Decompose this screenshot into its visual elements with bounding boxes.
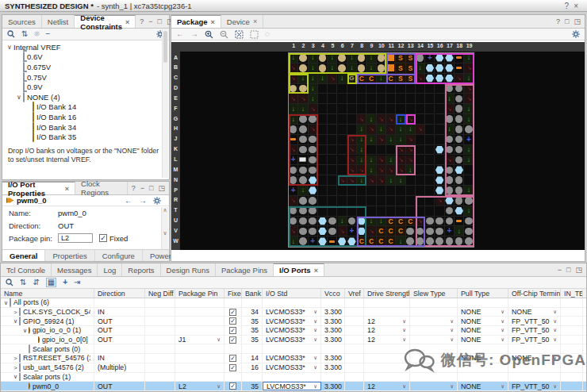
- fixed-checkbox[interactable]: ✓: [229, 355, 236, 362]
- package-pin[interactable]: [425, 165, 435, 175]
- dropdown-arrow-icon[interactable]: ∨: [553, 383, 557, 390]
- pin-io-green-arrow[interactable]: ↓: [377, 217, 386, 227]
- pin-io-green-arrow[interactable]: ↓: [396, 135, 405, 145]
- pin-io-red-arrow[interactable]: ↓: [357, 114, 366, 125]
- package-pin[interactable]: [416, 196, 425, 206]
- pin-blue-plus[interactable]: +: [425, 53, 435, 63]
- pin-orange-dash[interactable]: [455, 63, 464, 74]
- package-pin[interactable]: [347, 114, 357, 125]
- pin-io-red-arrow[interactable]: ↓: [377, 156, 386, 166]
- close-tab-icon[interactable]: ×: [314, 267, 318, 275]
- pin-io-green-arrow[interactable]: ↓: [396, 175, 405, 186]
- pin-ground-gray[interactable]: [455, 156, 464, 166]
- pin-io-red-arrow[interactable]: ↓: [396, 145, 405, 156]
- help-icon[interactable]: ?: [565, 2, 570, 10]
- package-pin[interactable]: [318, 156, 328, 166]
- pin-ground-gray[interactable]: [309, 165, 318, 175]
- package-pin[interactable]: [406, 206, 416, 217]
- column-header-slew-type[interactable]: Slew Type: [410, 289, 458, 298]
- pin-io-red-arrow[interactable]: ↓: [455, 74, 464, 84]
- expand-arrow-icon[interactable]: ∨: [15, 94, 23, 101]
- pin-io-green-arrow[interactable]: ↓: [386, 135, 396, 145]
- pin-ground-gray[interactable]: [298, 196, 308, 206]
- package-pin[interactable]: [357, 196, 366, 206]
- pin-io-green-arrow[interactable]: ↓: [366, 63, 376, 74]
- pin-orange-dash[interactable]: [328, 236, 337, 247]
- pin-io-red-arrow[interactable]: ↓: [347, 156, 357, 166]
- pin-io-green-arrow[interactable]: ↓: [347, 53, 357, 63]
- package-pin[interactable]: [357, 84, 366, 94]
- package-pin[interactable]: [425, 84, 435, 94]
- pin-io-red-arrow[interactable]: ↓: [445, 104, 455, 114]
- pin-io-green-arrow[interactable]: ↓: [366, 156, 376, 166]
- pin-blue-plus[interactable]: +: [464, 135, 474, 145]
- tab-clock-regions[interactable]: Clock Regions: [75, 182, 128, 194]
- pin-ground-gray[interactable]: [455, 125, 464, 135]
- dropdown-arrow-icon[interactable]: ∨: [501, 336, 505, 343]
- fixed-checkbox[interactable]: ✓: [229, 382, 236, 390]
- pin-io-green-arrow[interactable]: ↓: [289, 114, 298, 125]
- package-pin[interactable]: [318, 135, 328, 145]
- props-bottom-tab-configure[interactable]: Configure: [95, 250, 143, 261]
- pin-io-green-arrow[interactable]: ↓: [416, 63, 425, 74]
- package-window-controls[interactable]: ? □ ◳: [552, 15, 585, 28]
- package-pin[interactable]: [416, 114, 425, 125]
- expand-arrow-icon[interactable]: ∨: [12, 317, 19, 325]
- pin-io-red-arrow[interactable]: ↓: [289, 226, 298, 236]
- pin-ground-gray[interactable]: [455, 175, 464, 186]
- io-port-row[interactable]: ∨Scalar ports (1): [1, 373, 586, 382]
- pin-blue-plus[interactable]: +: [289, 156, 298, 166]
- pin-ground-gray[interactable]: [455, 94, 464, 104]
- pin-config-c[interactable]: C: [377, 226, 386, 236]
- pin-orange-dash[interactable]: [289, 135, 298, 145]
- forward-arrow-icon[interactable]: →: [139, 196, 147, 205]
- pin-ground-gray[interactable]: [445, 217, 455, 227]
- pin-ground-gray[interactable]: [328, 226, 337, 236]
- column-header-name[interactable]: Name: [1, 289, 94, 298]
- pin-io-green-arrow[interactable]: ↓: [357, 156, 366, 166]
- package-pin[interactable]: [318, 125, 328, 135]
- pin-io-red-arrow[interactable]: ↓: [416, 217, 425, 227]
- dropdown-arrow-icon[interactable]: ∨: [402, 327, 406, 333]
- io-port-row[interactable]: ∨GPIO_59924 (1)OUT✓35LVCMOS33*∨3.30012∨∨…: [1, 317, 586, 326]
- pin-ground-gray[interactable]: [445, 145, 455, 156]
- package-pin[interactable]: [435, 125, 445, 135]
- pin-io-red-arrow[interactable]: ↓: [357, 165, 366, 175]
- pin-ground-gray[interactable]: [289, 125, 298, 135]
- dropdown-arrow-icon[interactable]: ∨: [217, 383, 221, 390]
- pin-io-red-arrow[interactable]: ↓: [289, 196, 298, 206]
- package-pin[interactable]: [328, 156, 337, 166]
- pin-clock-hexagon[interactable]: [425, 63, 435, 74]
- pin-io-red-arrow[interactable]: ↓: [298, 94, 308, 104]
- pin-ground-gray[interactable]: [455, 135, 464, 145]
- pin-blue-plus[interactable]: +: [347, 226, 357, 236]
- pin-io-red-arrow[interactable]: ↓: [396, 165, 405, 175]
- package-pin[interactable]: [347, 84, 357, 94]
- zoom-selection-icon[interactable]: [250, 30, 259, 39]
- package-pin[interactable]: [338, 186, 347, 196]
- pin-io-red-arrow[interactable]: ↓: [309, 104, 318, 114]
- pin-io-green-arrow[interactable]: ↓: [357, 175, 366, 186]
- dropdown-arrow-icon[interactable]: ∨: [450, 336, 454, 343]
- pin-orange-dash[interactable]: [455, 217, 464, 227]
- io-port-row[interactable]: >CLK.SYS_CLOCK_54576 (1)IN✓34LVCMOS33*∨3…: [1, 308, 586, 317]
- package-pin[interactable]: [406, 175, 416, 186]
- package-pin[interactable]: [318, 206, 328, 217]
- pin-config-c[interactable]: C: [396, 217, 405, 227]
- pin-config-s[interactable]: S: [396, 63, 405, 74]
- tab-messages[interactable]: Messages: [52, 263, 98, 276]
- pin-ground-gray[interactable]: [298, 145, 308, 156]
- package-pin[interactable]: [338, 156, 347, 166]
- pin-io-red-arrow[interactable]: ↓: [377, 135, 386, 145]
- pin-clock-hexagon[interactable]: [435, 53, 445, 63]
- package-pin[interactable]: [338, 94, 347, 104]
- dropdown-arrow-icon[interactable]: ∨: [313, 336, 317, 343]
- pin-clock-hexagon[interactable]: [318, 217, 328, 227]
- pin-ground-gray[interactable]: [455, 145, 464, 156]
- package-pin[interactable]: [377, 196, 386, 206]
- pin-ground-gray[interactable]: [416, 226, 425, 236]
- pin-config-s[interactable]: S: [406, 74, 416, 84]
- pin-power-tan[interactable]: [289, 84, 298, 94]
- package-pin[interactable]: [425, 125, 435, 135]
- column-header-bank[interactable]: Bank: [242, 289, 263, 298]
